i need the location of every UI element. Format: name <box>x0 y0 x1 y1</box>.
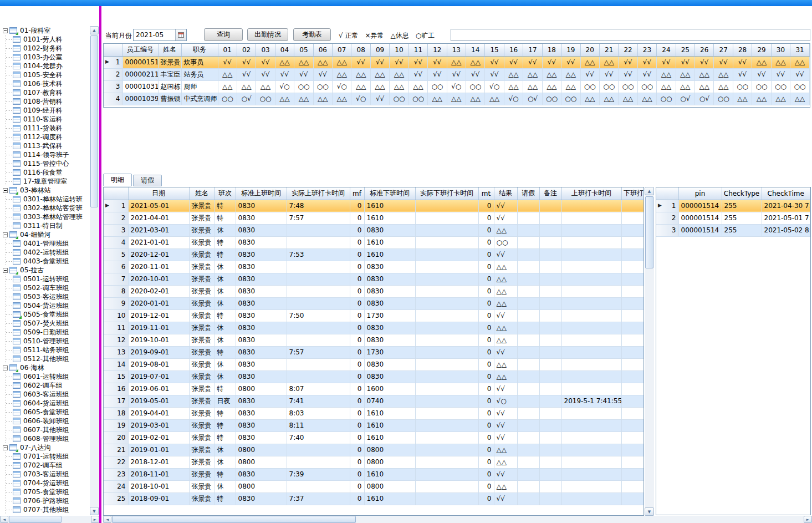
day-mark-cell[interactable]: ○√ <box>523 93 542 105</box>
detail-cell[interactable] <box>561 285 621 297</box>
detail-cell[interactable]: 7:53 <box>287 248 350 261</box>
detail-cell[interactable]: 0740 <box>364 395 415 407</box>
attendance-row[interactable]: 3000010314赵国栋厨师△△△△△△√○○○○○√○△△△△△△△△○○√… <box>104 80 810 93</box>
detail-cell[interactable] <box>517 346 539 358</box>
detail-cell[interactable]: 0830 <box>364 297 415 309</box>
day-column-header[interactable]: 25 <box>676 44 694 56</box>
day-mark-cell[interactable]: ○○ <box>790 80 810 93</box>
day-mark-cell[interactable]: △△ <box>657 80 676 93</box>
job-title-cell[interactable]: 站务员 <box>181 68 218 80</box>
row-selector[interactable]: 9 <box>104 297 128 309</box>
detail-cell[interactable]: 0 <box>478 236 494 248</box>
day-mark-cell[interactable]: ○○ <box>619 80 637 93</box>
day-mark-cell[interactable]: △△ <box>447 93 466 105</box>
day-mark-cell[interactable]: ○√ <box>237 93 256 105</box>
detail-row[interactable]: 112019-11-01张景贵休0830008300△△ <box>104 322 644 334</box>
detail-cell[interactable] <box>539 431 561 444</box>
detail-cell[interactable]: √√ <box>494 468 517 480</box>
detail-cell[interactable] <box>561 346 621 358</box>
tree-node[interactable]: 0501-运转班组 <box>6 275 89 283</box>
tree-node[interactable]: 07-八达沟 <box>1 443 89 452</box>
detail-cell[interactable]: △△ <box>494 273 517 285</box>
row-selector-header[interactable] <box>104 44 122 56</box>
punch-cell[interactable]: 255 <box>722 224 762 236</box>
row-selector[interactable]: 18 <box>104 407 128 419</box>
detail-row[interactable]: 72020-10-01张景贵休0830008300△△ <box>104 273 644 285</box>
detail-cell[interactable]: 2020-02-01 <box>128 285 189 297</box>
detail-cell[interactable] <box>539 248 561 261</box>
detail-cell[interactable] <box>287 224 350 236</box>
detail-cell[interactable] <box>517 492 539 505</box>
row-selector[interactable]: ▶1 <box>104 56 122 68</box>
day-mark-cell[interactable]: √√ <box>275 68 294 80</box>
day-mark-cell[interactable]: √√ <box>580 68 599 80</box>
detail-cell[interactable] <box>621 248 644 261</box>
day-mark-cell[interactable]: △△ <box>466 93 484 105</box>
day-mark-cell[interactable]: △△ <box>294 93 313 105</box>
detail-cell[interactable] <box>539 212 561 224</box>
detail-cell[interactable] <box>621 261 644 273</box>
day-mark-cell[interactable]: √√ <box>733 56 752 68</box>
detail-cell[interactable] <box>415 480 478 492</box>
day-mark-cell[interactable]: √√ <box>237 68 256 80</box>
day-mark-cell[interactable]: △△ <box>313 93 332 105</box>
detail-cell[interactable]: √√ <box>494 492 517 505</box>
day-mark-cell[interactable]: √√ <box>676 56 694 68</box>
row-selector[interactable]: ▶1 <box>656 200 678 212</box>
detail-cell[interactable]: 张景贵 <box>189 444 215 456</box>
detail-cell[interactable]: 特 <box>215 248 236 261</box>
detail-cell[interactable]: 张景贵 <box>189 248 215 261</box>
detail-cell[interactable]: △△ <box>494 444 517 456</box>
column-header[interactable]: 结果 <box>494 187 517 200</box>
detail-cell[interactable]: 1730 <box>364 309 415 322</box>
punch-cell[interactable]: 255 <box>722 212 762 224</box>
day-mark-cell[interactable]: √√ <box>447 68 466 80</box>
column-header[interactable]: CheckType <box>722 187 762 200</box>
day-mark-cell[interactable]: △△ <box>370 80 389 93</box>
tree-node[interactable]: 0608-管理班组 <box>6 434 89 443</box>
row-selector[interactable]: 10 <box>104 309 128 322</box>
month-input[interactable] <box>134 29 175 40</box>
detail-cell[interactable]: △△ <box>494 370 517 383</box>
calendar-dropdown-button[interactable] <box>175 29 186 40</box>
detail-row[interactable]: 202019-02-01张景贵特08307:40016100√√ <box>104 431 644 444</box>
attendance-row[interactable]: ▶1000001514张景贵炊事员√√√√√√△△△△△△△△√√√√√√√√√… <box>104 56 810 68</box>
detail-cell[interactable]: 0830 <box>236 431 287 444</box>
detail-cell[interactable] <box>561 419 621 431</box>
tree-node[interactable]: 0106-技术科 <box>6 79 89 88</box>
day-mark-cell[interactable]: △△ <box>542 68 561 80</box>
detail-cell[interactable]: √√ <box>494 431 517 444</box>
detail-cell[interactable] <box>561 236 621 248</box>
day-column-header[interactable]: 02 <box>237 44 256 56</box>
detail-cell[interactable] <box>561 431 621 444</box>
detail-cell[interactable] <box>517 200 539 212</box>
detail-cell[interactable]: 0830 <box>236 370 287 383</box>
detail-cell[interactable] <box>621 370 644 383</box>
detail-cell[interactable] <box>517 480 539 492</box>
detail-cell[interactable]: 0800 <box>236 383 287 395</box>
detail-cell[interactable]: △△ <box>494 322 517 334</box>
attendance-row[interactable]: 2000002116丰宝臣站务员△△√√√√√√√√√√△△△△△△△△√√√√… <box>104 68 810 80</box>
day-mark-cell[interactable]: △△ <box>218 68 237 80</box>
detail-cell[interactable]: 张景贵 <box>189 480 215 492</box>
detail-cell[interactable]: 张景贵 <box>189 261 215 273</box>
row-selector[interactable]: 3 <box>104 224 128 236</box>
detail-cell[interactable]: 1610 <box>364 248 415 261</box>
detail-cell[interactable]: 0830 <box>236 468 287 480</box>
tree-node[interactable]: 0303-桦林站管理班 <box>6 212 89 221</box>
row-selector[interactable]: 14 <box>104 358 128 370</box>
row-selector-header[interactable] <box>656 187 678 200</box>
detail-cell[interactable]: 2018-09-01 <box>128 492 189 505</box>
detail-cell[interactable] <box>561 261 621 273</box>
sidebar-horizontal-scrollbar[interactable]: ◄ ► <box>0 516 99 523</box>
detail-cell[interactable]: 特 <box>215 200 236 212</box>
tree-node[interactable]: 0110-客运科 <box>6 115 89 124</box>
day-mark-cell[interactable]: △△ <box>447 56 466 68</box>
day-mark-cell[interactable]: △△ <box>790 93 810 105</box>
day-mark-cell[interactable]: △△ <box>523 80 542 93</box>
detail-cell[interactable]: 0830 <box>364 370 415 383</box>
day-mark-cell[interactable]: ○○ <box>752 80 771 93</box>
column-header[interactable]: 职务 <box>181 44 218 56</box>
detail-cell[interactable]: 2020-12-01 <box>128 248 189 261</box>
day-column-header[interactable]: 08 <box>351 44 370 56</box>
